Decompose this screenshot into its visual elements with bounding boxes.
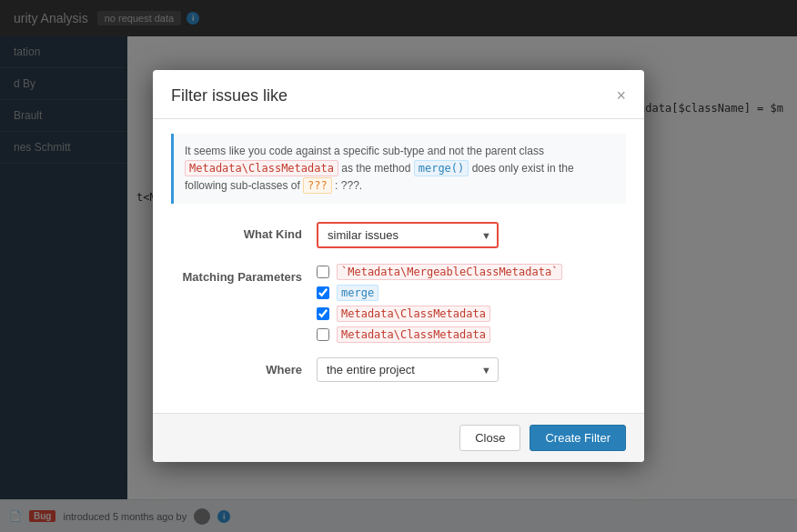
- param-label-2: merge: [337, 286, 378, 299]
- modal-header: Filter issues like ×: [153, 70, 644, 119]
- param-label-4: Metadata\ClassMetadata: [337, 327, 490, 341]
- param-item-2: merge: [317, 286, 626, 299]
- param-item-3: Metadata\ClassMetadata: [317, 306, 626, 320]
- code-class-metadata: Metadata\ClassMetadata: [185, 160, 338, 176]
- what-kind-row: What Kind similar issues exact issues ▼: [171, 222, 626, 248]
- code-merge: merge(): [414, 160, 469, 176]
- where-row: Where the entire project this file only …: [171, 357, 626, 382]
- modal-close-button[interactable]: ×: [616, 87, 626, 104]
- param-item-4: Metadata\ClassMetadata: [317, 327, 626, 341]
- matching-params-row: Matching Parameters `Metadata\MergeableC…: [171, 265, 626, 341]
- what-kind-label: What Kind: [171, 222, 317, 241]
- close-button[interactable]: Close: [459, 425, 520, 451]
- modal-title: Filter issues like: [171, 86, 288, 105]
- checkbox-group: `Metadata\MergeableClassMetadata` merge: [317, 265, 626, 341]
- param-code-3: Metadata\ClassMetadata: [337, 306, 490, 322]
- where-label: Where: [171, 357, 317, 376]
- param-label-3: Metadata\ClassMetadata: [337, 306, 490, 320]
- param-code-2: merge: [337, 285, 378, 301]
- info-text-2: as the method: [341, 162, 410, 175]
- param-item-1: `Metadata\MergeableClassMetadata`: [317, 265, 626, 278]
- what-kind-select-wrapper: similar issues exact issues ▼: [317, 222, 499, 248]
- modal-dialog: Filter issues like × It seems like you c…: [153, 70, 644, 463]
- matching-params-control: `Metadata\MergeableClassMetadata` merge: [317, 265, 626, 341]
- what-kind-select[interactable]: similar issues exact issues: [317, 222, 499, 248]
- param-code-1: `Metadata\MergeableClassMetadata`: [337, 264, 562, 280]
- create-filter-button[interactable]: Create Filter: [530, 425, 626, 451]
- matching-params-label: Matching Parameters: [171, 265, 317, 284]
- what-kind-control: similar issues exact issues ▼: [317, 222, 626, 248]
- where-select[interactable]: the entire project this file only: [317, 357, 499, 382]
- param-checkbox-4[interactable]: [317, 328, 329, 341]
- info-text-4: : ???.: [335, 179, 362, 192]
- where-select-wrapper: the entire project this file only ▼: [317, 357, 499, 382]
- param-checkbox-3[interactable]: [317, 307, 329, 320]
- info-box: It seems like you code against a specifi…: [171, 134, 626, 205]
- info-text-1: It seems like you code against a specifi…: [185, 145, 544, 157]
- param-checkbox-1[interactable]: [317, 266, 329, 278]
- where-control: the entire project this file only ▼: [317, 357, 626, 382]
- param-checkbox-2[interactable]: [317, 286, 329, 299]
- modal-footer: Close Create Filter: [153, 413, 644, 462]
- param-code-4: Metadata\ClassMetadata: [337, 326, 490, 343]
- modal-overlay: Filter issues like × It seems like you c…: [0, 0, 797, 532]
- param-label-1: `Metadata\MergeableClassMetadata`: [337, 265, 562, 278]
- code-question: ???: [303, 177, 332, 194]
- modal-body: It seems like you code against a specifi…: [153, 119, 644, 414]
